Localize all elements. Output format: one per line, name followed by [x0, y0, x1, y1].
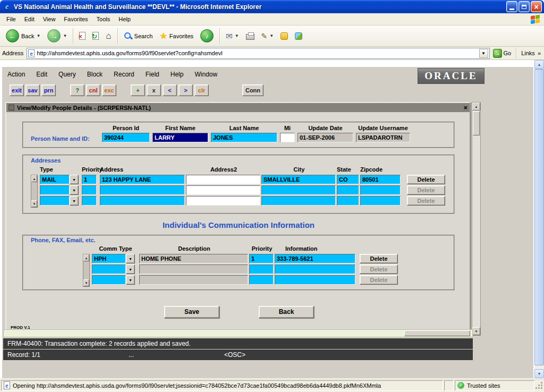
page-scrollbar[interactable]: ▲ ▼	[534, 60, 544, 378]
scroll-up-button[interactable]: ▲	[534, 60, 544, 69]
mi-field[interactable]	[280, 133, 295, 142]
menu-edit[interactable]: Edit	[20, 14, 39, 24]
comm-type-field[interactable]	[92, 275, 126, 285]
oracle-menu-field[interactable]: Field	[146, 71, 159, 78]
back-button[interactable]: ← Back ▼	[3, 27, 43, 45]
address-field[interactable]: 123 HAPPY LANE	[100, 175, 185, 184]
conn-button[interactable]: Conn	[242, 84, 264, 96]
previous-record-button[interactable]: <	[163, 84, 177, 96]
scroll-down-button[interactable]: ▼	[472, 327, 480, 335]
menu-favorites[interactable]: Favorites	[60, 14, 92, 24]
oracle-menu-query[interactable]: Query	[58, 71, 76, 78]
go-button[interactable]: → Go	[493, 49, 512, 58]
oracle-menu-edit[interactable]: Edit	[36, 71, 47, 78]
zipcode-field[interactable]: 80501	[360, 175, 401, 184]
save-tool-button[interactable]: sav	[26, 84, 40, 96]
execute-tool-button[interactable]: exc	[102, 84, 116, 96]
help-tool-button[interactable]: ?	[70, 84, 84, 96]
state-field[interactable]	[337, 185, 359, 195]
address-field[interactable]	[100, 185, 185, 195]
clear-tool-button[interactable]: clr	[194, 84, 209, 96]
cancel-tool-button[interactable]: cnl	[86, 84, 100, 96]
comm-type-dropdown-button[interactable]: ▼	[126, 254, 135, 263]
type-dropdown-button[interactable]: ▼	[70, 185, 79, 195]
search-button[interactable]: Search	[121, 27, 156, 45]
menu-view[interactable]: View	[39, 14, 60, 24]
oracle-menu-help[interactable]: Help	[171, 71, 184, 78]
information-field[interactable]	[275, 275, 355, 285]
scroll-down-button[interactable]: ▼	[534, 369, 544, 378]
scroll-down-button[interactable]: ▼	[83, 279, 89, 286]
state-field[interactable]: CO	[337, 175, 359, 184]
information-field[interactable]: 333-789-5621	[275, 254, 355, 263]
scroll-up-button[interactable]: ▲	[83, 254, 89, 261]
messenger-button[interactable]	[278, 27, 291, 45]
last-name-field[interactable]: JONES	[211, 133, 277, 142]
discuss-button[interactable]	[292, 27, 305, 45]
print-button[interactable]	[243, 27, 257, 45]
exit-button[interactable]: exit	[10, 84, 24, 96]
oracle-menu-window[interactable]: Window	[194, 71, 217, 78]
first-name-field[interactable]: LARRY	[152, 133, 208, 142]
address-priority-field[interactable]	[82, 196, 97, 206]
form-titlebar[interactable]: View/Modify People Details - (SCRPERSN-N…	[6, 103, 470, 112]
next-record-button[interactable]: >	[178, 84, 193, 96]
maximize-button[interactable]	[518, 1, 530, 12]
comm-type-field[interactable]	[92, 265, 126, 274]
resize-grip[interactable]	[536, 382, 543, 389]
minimize-button[interactable]	[506, 1, 517, 12]
oracle-menu-block[interactable]: Block	[87, 71, 103, 78]
city-field[interactable]	[261, 185, 336, 195]
city-field[interactable]: SMALLVILLE	[261, 175, 336, 184]
state-field[interactable]	[337, 196, 359, 206]
address-field[interactable]	[100, 196, 185, 206]
comm-type-dropdown-button[interactable]: ▼	[126, 275, 135, 285]
scrollbar-thumb[interactable]	[473, 111, 480, 135]
person-id-field[interactable]: 390244	[102, 133, 150, 142]
scroll-up-button[interactable]: ▲	[31, 175, 37, 182]
zipcode-field[interactable]	[360, 185, 401, 195]
print-tool-button[interactable]: prn	[41, 84, 56, 96]
close-button[interactable]: ×	[531, 1, 542, 12]
address-type-field[interactable]	[40, 185, 70, 195]
comm-type-dropdown-button[interactable]: ▼	[126, 265, 135, 274]
delete-address-button[interactable]: Delete	[407, 175, 445, 184]
oracle-menu-record[interactable]: Record	[114, 71, 134, 78]
insert-record-button[interactable]: +	[131, 84, 145, 96]
comm-priority-field[interactable]: 1	[249, 254, 274, 263]
information-field[interactable]	[275, 265, 355, 274]
refresh-button[interactable]: ↻	[90, 27, 101, 45]
edit-dropdown-icon[interactable]: ▼	[269, 33, 274, 38]
address2-field[interactable]	[186, 185, 260, 195]
address-input[interactable]	[37, 49, 477, 58]
address-dropdown-icon[interactable]: ▼	[479, 49, 488, 58]
mail-dropdown-icon[interactable]: ▼	[235, 33, 239, 38]
media-button[interactable]: ♪	[198, 27, 216, 45]
mail-button[interactable]: ✉ ▼	[223, 27, 242, 45]
address2-field[interactable]	[186, 175, 260, 184]
zipcode-field[interactable]	[360, 196, 401, 206]
stop-button[interactable]: ×	[76, 27, 88, 45]
horizontal-scrollbar[interactable]	[3, 329, 473, 337]
forward-dropdown-icon[interactable]: ▼	[63, 33, 67, 38]
comm-priority-field[interactable]	[249, 265, 274, 274]
comm-priority-field[interactable]	[249, 275, 274, 285]
favorites-button[interactable]: ★ Favorites	[157, 27, 196, 45]
links-button[interactable]: Links »	[521, 50, 542, 56]
menu-tools[interactable]: Tools	[92, 14, 115, 24]
form-close-icon[interactable]: ×	[463, 104, 468, 111]
menu-help[interactable]: Help	[114, 14, 135, 24]
edit-button[interactable]: ✎ ▼	[259, 27, 277, 45]
address-type-field[interactable]: MAIL	[40, 175, 70, 184]
type-dropdown-button[interactable]: ▼	[70, 196, 79, 206]
remove-record-button[interactable]: x	[147, 84, 161, 96]
delete-comm-button[interactable]: Delete	[360, 254, 398, 263]
scrollbar-thumb[interactable]	[404, 330, 470, 336]
forward-button[interactable]: → ▼	[45, 27, 70, 45]
scroll-down-button[interactable]: ▼	[31, 200, 37, 207]
back-dropdown-icon[interactable]: ▼	[36, 33, 40, 38]
menu-file[interactable]: File	[2, 14, 20, 24]
scrollbar-thumb[interactable]	[534, 69, 544, 365]
comm-type-field[interactable]: HPH	[92, 254, 126, 263]
save-button[interactable]: Save	[164, 306, 219, 318]
